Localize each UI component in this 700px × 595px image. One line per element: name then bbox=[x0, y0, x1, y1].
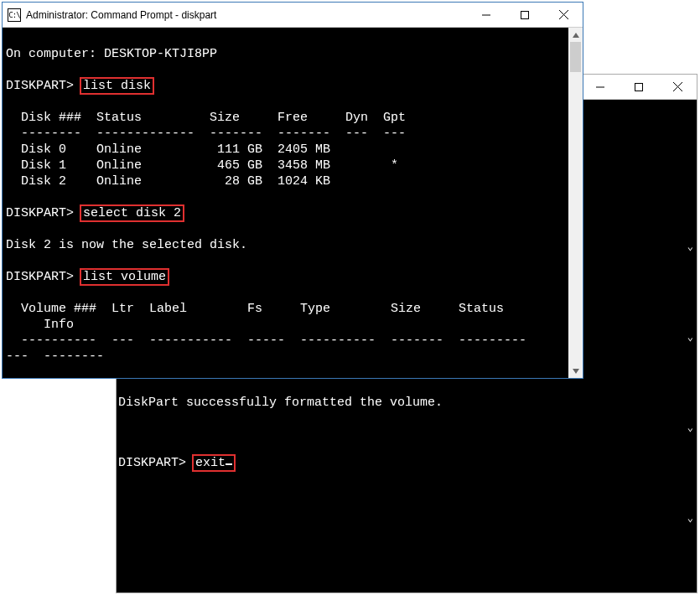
disk-row: Disk 1 Online 465 GB 3458 MB * bbox=[6, 158, 398, 173]
scrollbar-thumb[interactable] bbox=[570, 42, 581, 72]
disk-row: Disk 0 Online 111 GB 2405 MB bbox=[6, 142, 330, 157]
prompt: DISKPART> bbox=[6, 270, 74, 284]
cmd-exit: exit bbox=[194, 456, 234, 470]
scrollbar-track[interactable] bbox=[568, 42, 583, 364]
cursor bbox=[226, 463, 232, 465]
cmd-list-disk: list disk bbox=[81, 79, 153, 93]
scrollbar[interactable] bbox=[568, 28, 583, 378]
back-chevrons: ⌄ ⌄ ⌄ ⌄ ⌄ ⌄ ⌄ ⌄ ⌄ bbox=[645, 172, 693, 592]
minimize-button[interactable] bbox=[467, 3, 506, 27]
terminal-back-right-strip: ⌄ ⌄ ⌄ ⌄ ⌄ ⌄ ⌄ ⌄ ⌄ bbox=[569, 125, 697, 592]
close-button[interactable] bbox=[658, 75, 697, 99]
chevron-down-icon: ⌄ bbox=[645, 323, 693, 353]
volume-table-header2: Info bbox=[6, 318, 74, 332]
terminal-line: Disk 2 is now the selected disk. bbox=[6, 238, 247, 252]
maximize-button[interactable] bbox=[620, 75, 658, 99]
svg-rect-1 bbox=[521, 11, 529, 18]
volume-table-header: Volume ### Ltr Label Fs Type Size Status bbox=[6, 302, 504, 316]
scroll-down-icon[interactable] bbox=[568, 364, 583, 378]
window-controls-front bbox=[467, 3, 583, 27]
volume-table-sep: ---------- --- ----------- ----- -------… bbox=[6, 334, 526, 348]
disk-row: Disk 2 Online 28 GB 1024 KB bbox=[6, 174, 330, 189]
cmd-select-disk: select disk 2 bbox=[81, 206, 183, 220]
scroll-up-icon[interactable] bbox=[568, 28, 583, 42]
minimize-button[interactable] bbox=[581, 75, 620, 99]
volume-table-sep2: --- -------- bbox=[6, 349, 104, 364]
terminal-front: On computer: DESKTOP-KTJI8PP DISKPART> l… bbox=[3, 28, 583, 378]
chevron-down-icon: ⌄ bbox=[645, 504, 693, 534]
chevron-down-icon: ⌄ bbox=[645, 413, 693, 443]
chevron-down-icon: ⌄ bbox=[645, 232, 693, 262]
cmd-list-volume: list volume bbox=[81, 270, 168, 284]
terminal-line: On computer: DESKTOP-KTJI8PP bbox=[6, 47, 217, 61]
window-title-front: Administrator: Command Prompt - diskpart bbox=[26, 9, 467, 21]
maximize-button[interactable] bbox=[506, 3, 544, 27]
cmd-icon: C:\ bbox=[8, 8, 21, 22]
disk-table-header: Disk ### Status Size Free Dyn Gpt bbox=[6, 111, 406, 125]
close-button[interactable] bbox=[544, 3, 583, 27]
cmd-window-front: C:\ Administrator: Command Prompt - disk… bbox=[2, 2, 583, 379]
prompt: DISKPART> bbox=[6, 79, 74, 93]
prompt: DISKPART> bbox=[6, 206, 74, 220]
disk-table-sep: -------- ------------- ------- ------- -… bbox=[6, 127, 406, 141]
titlebar-front: C:\ Administrator: Command Prompt - disk… bbox=[3, 3, 583, 28]
window-controls-back bbox=[581, 75, 697, 99]
svg-rect-0 bbox=[635, 83, 643, 91]
